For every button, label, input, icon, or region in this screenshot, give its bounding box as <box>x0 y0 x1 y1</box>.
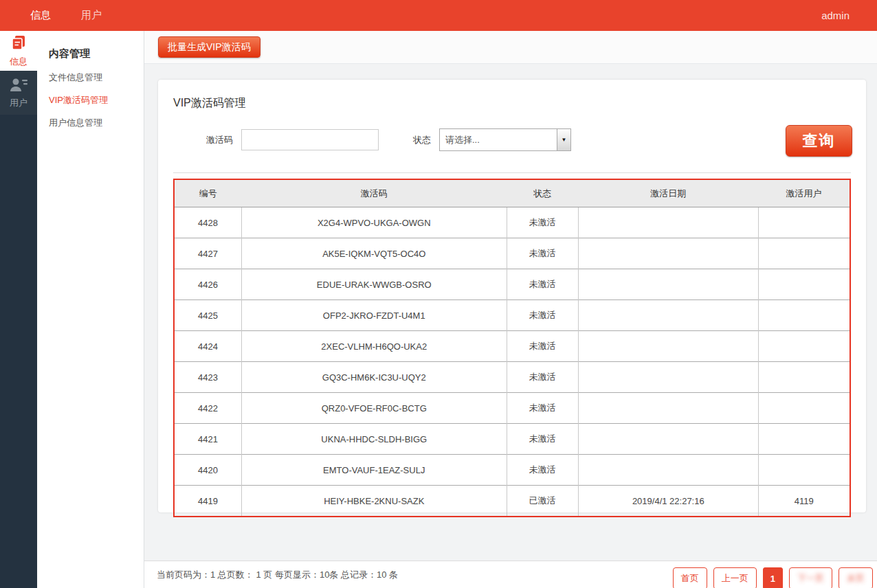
table-cell <box>578 362 758 393</box>
sidebar: 内容管理 文件信息管理VIP激活码管理用户信息管理 <box>37 31 144 588</box>
status-select-value: 请选择... <box>440 129 557 150</box>
rail-item-info[interactable]: 信息 <box>0 31 37 71</box>
column-header: 编号 <box>174 179 241 207</box>
search-form: 激活码 状态 请选择... ▼ <box>206 128 851 151</box>
content-area: 批量生成VIP激活码 VIP激活码管理 激活码 状态 请选择... ▼ 查询 <box>144 31 877 588</box>
table-cell: 4424 <box>174 331 241 362</box>
table-cell: 未激活 <box>507 455 578 486</box>
table-cell <box>758 455 850 486</box>
column-header: 状态 <box>507 179 578 207</box>
page-button-首页[interactable]: 首页 <box>673 567 707 588</box>
table-row: 4427AK5E-IQKM-VQT5-OC4O未激活 <box>174 238 850 269</box>
table-cell: 4427 <box>174 238 241 269</box>
table-cell: 未激活 <box>507 393 578 424</box>
search-button[interactable]: 查询 <box>786 125 852 157</box>
column-header: 激活用户 <box>758 179 850 207</box>
table-row: 4419HEIY-HBKE-2KNU-SAZK已激活2019/4/1 22:27… <box>174 486 850 517</box>
pager: 首页上一页1下一页末页 <box>673 561 873 588</box>
table-cell: AK5E-IQKM-VQT5-OC4O <box>241 238 507 269</box>
pagination-bar: 当前页码为：1 总页数： 1 页 每页显示：10条 总记录：10 条 首页上一页… <box>144 561 877 588</box>
table-cell: 未激活 <box>507 331 578 362</box>
page-button-label: 上一页 <box>722 573 748 583</box>
table-cell: 4419 <box>174 486 241 517</box>
table-cell: 未激活 <box>507 207 578 238</box>
table-cell <box>758 393 850 424</box>
table-cell: X2G4-WPVO-UKGA-OWGN <box>241 207 507 238</box>
page-button-上一页[interactable]: 上一页 <box>713 567 757 588</box>
table-cell <box>578 331 758 362</box>
table-header-row: 编号激活码状态激活日期激活用户 <box>174 179 850 207</box>
codes-table: 编号激活码状态激活日期激活用户 4428X2G4-WPVO-UKGA-OWGN未… <box>173 179 851 517</box>
table-cell <box>578 269 758 300</box>
table-cell: 2019/4/1 22:27:16 <box>578 486 758 517</box>
code-label: 激活码 <box>206 134 233 146</box>
table-cell <box>578 455 758 486</box>
topnav-item-user[interactable]: 用户 <box>81 9 102 22</box>
table-row: 4420EMTO-VAUF-1EAZ-SULJ未激活 <box>174 455 850 486</box>
table-row: 4422QRZ0-VFOE-RF0C-BCTG未激活 <box>174 393 850 424</box>
table-cell <box>758 362 850 393</box>
table-row: 4423GQ3C-HM6K-IC3U-UQY2未激活 <box>174 362 850 393</box>
table-row: 4426EDUE-URAK-WWGB-OSRO未激活 <box>174 269 850 300</box>
table-cell: 未激活 <box>507 300 578 331</box>
page-summary: 当前页码为：1 总页数： 1 页 每页显示：10条 总记录：10 条 <box>157 569 398 581</box>
page-button-1[interactable]: 1 <box>763 567 783 588</box>
chevron-down-icon[interactable]: ▼ <box>557 129 570 150</box>
table-row: 4421UKNA-HHDC-SLDH-BIGG未激活 <box>174 424 850 455</box>
table-cell <box>578 207 758 238</box>
panel-title: VIP激活码管理 <box>173 80 851 111</box>
page-button-末页[interactable]: 末页 <box>839 567 873 588</box>
batch-generate-button[interactable]: 批量生成VIP激活码 <box>158 36 260 58</box>
topbar-username[interactable]: admin <box>821 10 850 21</box>
rail-item-label: 用户 <box>10 97 27 109</box>
table-cell <box>758 207 850 238</box>
table-cell <box>578 238 758 269</box>
column-header: 激活码 <box>241 179 507 207</box>
sidebar-item-3[interactable]: 用户信息管理 <box>49 117 144 128</box>
table-row: 4425OFP2-JKRO-FZDT-U4M1未激活 <box>174 300 850 331</box>
sidebar-header: 内容管理 <box>49 47 144 60</box>
table-cell: UKNA-HHDC-SLDH-BIGG <box>241 424 507 455</box>
toolbar: 批量生成VIP激活码 <box>144 31 877 64</box>
table-cell: 已激活 <box>507 486 578 517</box>
main-layout: 信息 用户 内容管理 文件信息管理VIP激活码管理用户信息管理 批量生成VIP激… <box>0 31 877 588</box>
table-cell <box>758 424 850 455</box>
table-cell <box>758 300 850 331</box>
table-cell: 4423 <box>174 362 241 393</box>
topnav-item-info[interactable]: 信息 <box>30 9 51 22</box>
rail-item-user[interactable]: 用户 <box>0 71 37 115</box>
sidebar-item-1[interactable]: 文件信息管理 <box>49 71 144 83</box>
sidebar-menu: 文件信息管理VIP激活码管理用户信息管理 <box>37 71 144 128</box>
table-row: 4428X2G4-WPVO-UKGA-OWGN未激活 <box>174 207 850 238</box>
topbar: 信息 用户 admin <box>0 0 877 31</box>
page-button-下一页[interactable]: 下一页 <box>789 567 832 588</box>
table-cell <box>758 269 850 300</box>
table-cell: 4422 <box>174 393 241 424</box>
sidebar-item-2[interactable]: VIP激活码管理 <box>49 94 144 106</box>
page-button-label: 1 <box>770 574 775 584</box>
table-cell: 未激活 <box>507 238 578 269</box>
page-button-label: 末页 <box>847 573 865 583</box>
table-cell: 4428 <box>174 207 241 238</box>
vip-code-panel: VIP激活码管理 激活码 状态 请选择... ▼ 查询 编号 <box>158 80 866 512</box>
user-icon <box>9 76 28 95</box>
table-cell: 4425 <box>174 300 241 331</box>
rail-item-label: 信息 <box>10 56 27 68</box>
table-cell: 2XEC-VLHM-H6QO-UKA2 <box>241 331 507 362</box>
table-cell: 4421 <box>174 424 241 455</box>
table-cell: 未激活 <box>507 362 578 393</box>
table-cell: OFP2-JKRO-FZDT-U4M1 <box>241 300 507 331</box>
content-body: VIP激活码管理 激活码 状态 请选择... ▼ 查询 编号 <box>144 64 877 561</box>
table-body: 4428X2G4-WPVO-UKGA-OWGN未激活4427AK5E-IQKM-… <box>174 207 850 517</box>
divider <box>173 172 851 173</box>
table-cell <box>758 238 850 269</box>
table-cell <box>578 424 758 455</box>
status-select[interactable]: 请选择... ▼ <box>439 128 571 151</box>
table-row: 44242XEC-VLHM-H6QO-UKA2未激活 <box>174 331 850 362</box>
table-cell: GQ3C-HM6K-IC3U-UQY2 <box>241 362 507 393</box>
table-cell: 未激活 <box>507 424 578 455</box>
code-input[interactable] <box>241 129 379 150</box>
table-cell <box>578 393 758 424</box>
column-header: 激活日期 <box>578 179 758 207</box>
table-cell: 4420 <box>174 455 241 486</box>
